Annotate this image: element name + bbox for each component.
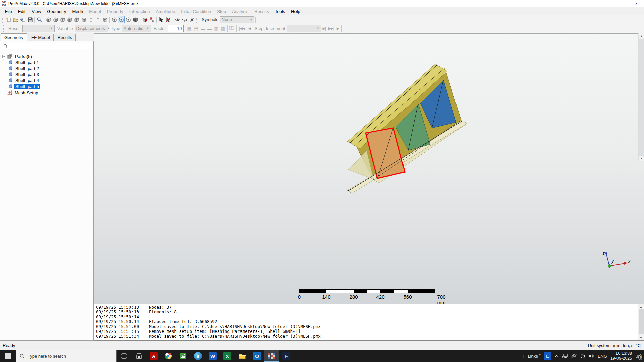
links-label[interactable]: Links bbox=[528, 354, 538, 359]
taskbar-app-store-icon[interactable] bbox=[131, 350, 146, 362]
tree-node-label[interactable]: Shell_part-2 bbox=[14, 66, 40, 71]
taskbar-app-excel-icon[interactable]: X bbox=[220, 350, 235, 362]
scrollbar-thumb[interactable] bbox=[639, 309, 644, 334]
tree-node-label[interactable]: Shell_part-3 bbox=[14, 72, 40, 77]
menu-model[interactable]: Model bbox=[86, 8, 104, 15]
toolbar-grip[interactable] bbox=[3, 25, 5, 32]
tray-network-icon[interactable] bbox=[562, 354, 568, 358]
normal-view-up-icon[interactable] bbox=[87, 16, 94, 23]
symbols-combobox[interactable]: None ▼ bbox=[220, 16, 254, 23]
menu-view[interactable]: View bbox=[29, 8, 44, 15]
hidden-edges-view-icon[interactable] bbox=[125, 16, 132, 23]
tree-node-shell-part-4[interactable]: Shell_part-4 bbox=[8, 77, 93, 83]
menu-initial-condition[interactable]: Initial Condition bbox=[178, 8, 214, 15]
message-log[interactable]: 09/19/25 15:50:13 Nodes: 37 09/19/25 15:… bbox=[94, 304, 644, 341]
menu-results[interactable]: Results bbox=[251, 8, 272, 15]
tab-geometry[interactable]: Geometry bbox=[1, 33, 27, 41]
tray-chevron-up-icon[interactable] bbox=[555, 355, 559, 357]
tree-node-shell-part-1[interactable]: Shell_part-1 bbox=[8, 59, 93, 65]
last-increment-icon[interactable]: ▶▶| bbox=[327, 26, 335, 32]
tree-node-parts[interactable]: − Parts (5) bbox=[2, 53, 93, 59]
zoom-fit-icon[interactable] bbox=[36, 16, 43, 23]
tree-node-label[interactable]: Parts (5) bbox=[14, 54, 33, 59]
new-model-icon[interactable] bbox=[5, 16, 12, 23]
result-combobox[interactable]: ▼ bbox=[22, 25, 55, 32]
shell-model[interactable] bbox=[94, 34, 644, 304]
save-icon[interactable] bbox=[26, 16, 33, 23]
tray-links-toolbar[interactable]: Links » bbox=[528, 354, 540, 359]
tree-search-input[interactable] bbox=[9, 44, 90, 48]
taskbar-app-freecad-icon[interactable]: F bbox=[279, 350, 294, 362]
tree-node-label[interactable]: Mesh Setup bbox=[14, 90, 39, 96]
toggle-visibility-eye-icon[interactable] bbox=[188, 16, 195, 23]
import-file-icon[interactable] bbox=[19, 16, 26, 23]
taskbar-app-explorer-icon[interactable] bbox=[235, 350, 250, 362]
limit-max-icon[interactable]: ▬ bbox=[206, 26, 213, 31]
taskbar-app-word-icon[interactable]: W bbox=[205, 350, 220, 362]
first-increment-icon[interactable]: |◀◀ bbox=[238, 26, 246, 32]
limit-min-icon[interactable]: ▬ bbox=[200, 26, 206, 31]
view-back-icon[interactable] bbox=[52, 16, 59, 23]
query-icon[interactable] bbox=[158, 16, 165, 23]
step-increment-combobox[interactable]: ▼ bbox=[287, 25, 321, 32]
taskbar-app-prepomax-icon[interactable] bbox=[264, 350, 279, 362]
toolbar-grip[interactable] bbox=[196, 17, 198, 23]
view-bottom-icon[interactable] bbox=[80, 16, 87, 23]
menu-help[interactable]: Help bbox=[288, 8, 303, 15]
scroll-down-icon[interactable]: ▼ bbox=[639, 156, 644, 161]
show-element-edges-icon[interactable] bbox=[118, 16, 125, 23]
remove-annotations-icon[interactable] bbox=[165, 16, 172, 23]
overflow-chevron-icon[interactable]: » bbox=[539, 352, 541, 356]
tree-node-shell-part-5[interactable]: Shell_part-5 bbox=[8, 83, 93, 89]
tray-clock[interactable]: 16:13:38 19-09-2025 bbox=[610, 351, 632, 361]
menu-mesh[interactable]: Mesh bbox=[69, 8, 86, 15]
tray-teams-icon[interactable] bbox=[580, 354, 585, 359]
view-front-icon[interactable] bbox=[45, 16, 52, 23]
taskbar-app-chrome-icon[interactable] bbox=[161, 350, 176, 362]
taskbar-search[interactable]: Type here to search bbox=[16, 350, 117, 362]
task-view-button[interactable] bbox=[117, 350, 131, 362]
viewport-scrollbar[interactable]: ▲ ▼ bbox=[638, 33, 644, 161]
exploded-view-icon[interactable] bbox=[148, 16, 155, 23]
result-grid-icon[interactable]: ▩ bbox=[220, 26, 226, 31]
collapse-icon[interactable]: − bbox=[2, 55, 6, 58]
menu-property[interactable]: Property bbox=[104, 8, 126, 15]
close-button[interactable]: × bbox=[629, 0, 644, 7]
taskbar-app-outlook-icon[interactable]: O bbox=[250, 350, 264, 362]
normal-view-down-icon[interactable] bbox=[94, 16, 101, 23]
animate-icon[interactable] bbox=[229, 26, 235, 31]
menu-step[interactable]: Step bbox=[214, 8, 229, 15]
log-scrollbar[interactable]: ▲ ▼ bbox=[638, 304, 644, 340]
tab-fe-model[interactable]: FE Model bbox=[28, 34, 54, 41]
menu-analysis[interactable]: Analysis bbox=[229, 8, 251, 15]
minimize-button[interactable]: – bbox=[598, 0, 613, 7]
tab-results[interactable]: Results bbox=[54, 34, 76, 41]
next-increment-icon[interactable]: ▶| bbox=[321, 26, 327, 32]
titlebar[interactable]: PrePoMax v2.3.0 C:\Users\HARISH\Desktop\… bbox=[0, 0, 644, 7]
open-file-icon[interactable] bbox=[12, 16, 19, 23]
solid-view-icon[interactable] bbox=[132, 16, 139, 23]
toolbar-grip[interactable] bbox=[2, 17, 4, 23]
scrollbar-thumb[interactable] bbox=[639, 39, 644, 156]
scroll-down-icon[interactable]: ▼ bbox=[638, 335, 644, 340]
menu-tools[interactable]: Tools bbox=[272, 8, 288, 15]
section-view-icon[interactable] bbox=[141, 16, 148, 23]
tray-app-letter-icon[interactable]: L bbox=[544, 352, 551, 360]
field-output-icon[interactable]: ▤ bbox=[193, 26, 200, 31]
menu-file[interactable]: File bbox=[2, 8, 15, 15]
tree-node-label[interactable]: Shell_part-5 bbox=[14, 84, 40, 89]
show-all-eye-icon[interactable] bbox=[174, 16, 181, 23]
tree-node-label[interactable]: Shell_part-4 bbox=[14, 78, 40, 83]
scroll-up-icon[interactable]: ▲ bbox=[638, 304, 644, 309]
taskbar-app-photos-icon[interactable] bbox=[176, 350, 191, 362]
taskbar-app-acrobat-icon[interactable]: A bbox=[146, 350, 161, 362]
tray-volume-icon[interactable] bbox=[589, 354, 594, 358]
taskbar-app-edge-icon[interactable]: e bbox=[191, 350, 205, 362]
tree-node-mesh-setup[interactable]: Mesh Setup bbox=[7, 89, 93, 96]
menu-amplitude[interactable]: Amplitude bbox=[153, 8, 178, 15]
viewport-3d[interactable]: 0 140 280 420 560 700 mm z y x bbox=[94, 33, 644, 304]
maximize-button[interactable]: □ bbox=[613, 0, 629, 7]
tray-onedrive-icon[interactable] bbox=[571, 354, 577, 358]
menu-interaction[interactable]: Interaction bbox=[126, 8, 153, 15]
tree-search-box[interactable] bbox=[2, 43, 92, 49]
